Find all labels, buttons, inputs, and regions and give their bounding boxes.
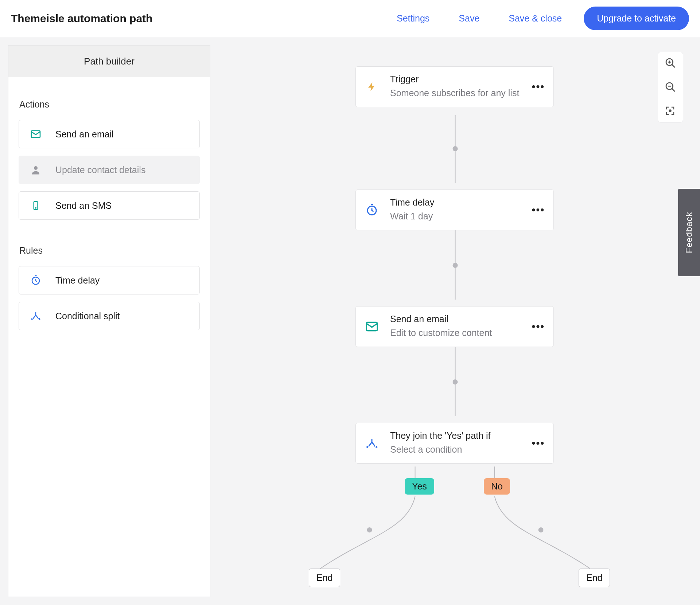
svg-point-6 xyxy=(453,146,458,151)
feedback-label: Feedback xyxy=(684,212,694,253)
top-bar: Themeisle automation path Settings Save … xyxy=(0,0,700,37)
settings-button[interactable]: Settings xyxy=(397,13,429,24)
svg-line-18 xyxy=(672,65,675,67)
actions-heading: Actions xyxy=(8,77,210,116)
palette-send-email[interactable]: Send an email xyxy=(19,120,200,148)
palette-send-sms[interactable]: Send an SMS xyxy=(19,191,200,220)
palette-update-contact: Update contact details xyxy=(19,156,200,184)
node-subtitle: Wait 1 day xyxy=(390,210,521,223)
node-subtitle: Select a condition xyxy=(390,443,521,456)
svg-point-12 xyxy=(538,527,544,532)
split-icon xyxy=(365,436,379,450)
node-texts: They join the 'Yes' path if Select a con… xyxy=(390,430,521,456)
svg-point-3 xyxy=(35,207,36,208)
node-texts: Trigger Someone subscribes for any list xyxy=(390,74,521,99)
person-icon xyxy=(30,164,42,176)
node-menu-button[interactable]: ••• xyxy=(532,204,545,216)
stopwatch-icon xyxy=(30,274,42,286)
split-icon xyxy=(30,310,42,322)
sidebar: Path builder Actions Send an email Updat… xyxy=(8,45,210,597)
node-title: They join the 'Yes' path if xyxy=(390,430,521,441)
node-menu-button[interactable]: ••• xyxy=(532,437,545,449)
node-email[interactable]: Send an email Edit to customize content … xyxy=(355,306,554,347)
node-title: Time delay xyxy=(390,197,521,208)
palette-item-label: Send an SMS xyxy=(55,200,112,211)
sidebar-title: Path builder xyxy=(8,46,210,77)
node-texts: Time delay Wait 1 day xyxy=(390,197,521,223)
zoom-out-icon[interactable] xyxy=(665,81,676,93)
svg-point-1 xyxy=(34,166,38,170)
page-title: Themeisle automation path xyxy=(11,12,152,25)
canvas[interactable]: Trigger Someone subscribes for any list … xyxy=(210,37,700,605)
save-button[interactable]: Save xyxy=(459,13,479,24)
svg-point-24 xyxy=(669,110,671,112)
save-close-button[interactable]: Save & close xyxy=(509,13,562,24)
svg-point-11 xyxy=(367,527,372,532)
palette-item-label: Send an email xyxy=(55,129,114,140)
palette-conditional-split[interactable]: Conditional split xyxy=(19,302,200,330)
mail-icon xyxy=(365,319,379,334)
phone-icon xyxy=(30,200,42,211)
zoom-in-icon[interactable] xyxy=(665,57,676,69)
palette-item-label: Conditional split xyxy=(55,311,120,321)
node-split[interactable]: They join the 'Yes' path if Select a con… xyxy=(355,423,554,464)
top-actions: Settings Save Save & close Upgrade to ac… xyxy=(397,7,689,30)
svg-point-10 xyxy=(453,379,458,385)
node-trigger[interactable]: Trigger Someone subscribes for any list … xyxy=(355,66,554,107)
end-right[interactable]: End xyxy=(579,569,610,587)
main-area: Path builder Actions Send an email Updat… xyxy=(0,37,700,605)
upgrade-button[interactable]: Upgrade to activate xyxy=(584,7,689,30)
no-pill[interactable]: No xyxy=(484,478,510,495)
node-subtitle: Someone subscribes for any list xyxy=(390,87,521,99)
rules-heading: Rules xyxy=(8,223,210,262)
node-subtitle: Edit to customize content xyxy=(390,327,521,339)
mail-icon xyxy=(30,128,42,140)
node-menu-button[interactable]: ••• xyxy=(532,81,545,93)
yes-pill[interactable]: Yes xyxy=(405,478,434,495)
end-left[interactable]: End xyxy=(309,569,340,587)
bolt-icon xyxy=(365,79,379,94)
node-menu-button[interactable]: ••• xyxy=(532,321,545,332)
svg-line-22 xyxy=(672,89,675,91)
palette-item-label: Time delay xyxy=(55,275,100,286)
node-title: Send an email xyxy=(390,314,521,324)
node-texts: Send an email Edit to customize content xyxy=(390,314,521,339)
node-title: Trigger xyxy=(390,74,521,85)
feedback-tab[interactable]: Feedback xyxy=(678,189,700,276)
zoom-panel xyxy=(658,52,683,122)
stopwatch-icon xyxy=(365,203,379,217)
palette-time-delay[interactable]: Time delay xyxy=(19,266,200,294)
fit-screen-icon[interactable] xyxy=(665,105,676,117)
svg-point-8 xyxy=(453,263,458,268)
node-delay[interactable]: Time delay Wait 1 day ••• xyxy=(355,190,554,230)
palette-item-label: Update contact details xyxy=(55,165,145,175)
